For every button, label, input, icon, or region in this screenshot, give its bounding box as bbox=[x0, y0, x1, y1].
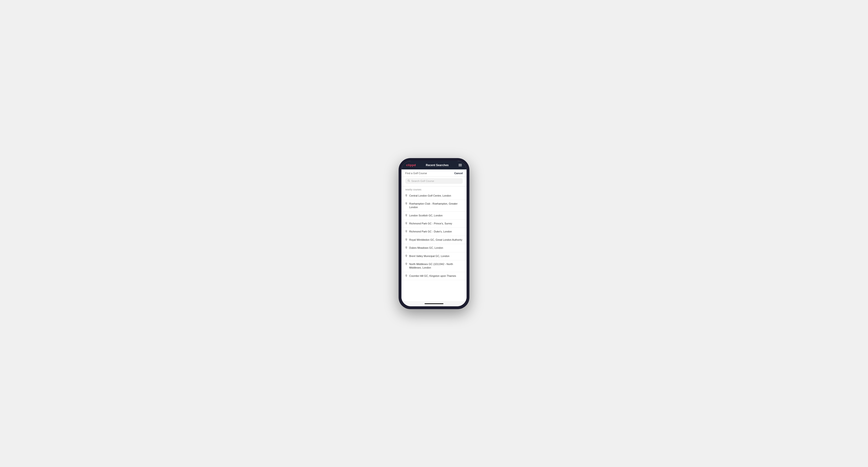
phone-frame: clippd Recent Searches Find a Golf Cours… bbox=[399, 158, 469, 309]
cancel-button[interactable]: Cancel bbox=[454, 172, 463, 175]
find-label: Find a Golf Course bbox=[405, 172, 427, 175]
svg-line-1 bbox=[409, 181, 410, 182]
course-name: Coombe Hill GC, Kingston upon Thames bbox=[409, 274, 456, 278]
location-pin-icon bbox=[405, 194, 407, 197]
course-name: Dukes Meadows GC, London bbox=[409, 246, 443, 250]
course-list: Central London Golf Centre, London Roeha… bbox=[401, 192, 467, 280]
list-item[interactable]: Roehampton Club - Roehampton, Greater Lo… bbox=[401, 200, 467, 212]
list-item[interactable]: Central London Golf Centre, London bbox=[401, 192, 467, 200]
find-header: Find a Golf Course Cancel bbox=[401, 169, 467, 177]
location-pin-icon bbox=[405, 255, 407, 258]
home-indicator bbox=[401, 301, 467, 306]
course-name: Royal Wimbledon GC, Great London Authori… bbox=[409, 238, 462, 242]
nearby-section: Nearby courses Central London Golf Centr… bbox=[401, 186, 467, 301]
list-item[interactable]: Royal Wimbledon GC, Great London Authori… bbox=[401, 236, 467, 244]
location-pin-icon bbox=[405, 222, 407, 225]
search-icon bbox=[408, 180, 410, 182]
list-item[interactable]: Brent Valley Municipal GC, London bbox=[401, 252, 467, 260]
app-logo: clippd bbox=[406, 163, 416, 167]
course-name: North Middlesex GC (1011942 - North Midd… bbox=[409, 262, 463, 270]
phone-screen: clippd Recent Searches Find a Golf Cours… bbox=[401, 161, 467, 306]
location-pin-icon bbox=[405, 275, 407, 278]
course-name: Richmond Park GC - Prince's, Surrey bbox=[409, 222, 452, 225]
list-item[interactable]: Richmond Park GC - Duke's, London bbox=[401, 228, 467, 236]
location-pin-icon bbox=[405, 230, 407, 233]
nearby-label: Nearby courses bbox=[401, 186, 467, 192]
location-pin-icon bbox=[405, 238, 407, 241]
search-bar bbox=[405, 178, 463, 184]
course-name: London Scottish GC, London bbox=[409, 214, 442, 217]
location-pin-icon bbox=[405, 202, 407, 205]
page-title: Recent Searches bbox=[426, 163, 448, 167]
menu-button[interactable] bbox=[459, 164, 462, 166]
course-name: Richmond Park GC - Duke's, London bbox=[409, 230, 452, 234]
list-item[interactable]: London Scottish GC, London bbox=[401, 212, 467, 220]
location-pin-icon bbox=[405, 262, 407, 266]
top-nav-bar: clippd Recent Searches bbox=[401, 161, 467, 169]
content-area: Find a Golf Course Cancel Nearby bbox=[401, 169, 467, 301]
course-name: Central London Golf Centre, London bbox=[409, 194, 451, 197]
list-item[interactable]: North Middlesex GC (1011942 - North Midd… bbox=[401, 260, 467, 272]
list-item[interactable]: Dukes Meadows GC, London bbox=[401, 244, 467, 252]
home-bar bbox=[425, 303, 443, 304]
list-item[interactable]: Richmond Park GC - Prince's, Surrey bbox=[401, 220, 467, 228]
search-bar-container bbox=[401, 177, 467, 186]
search-input[interactable] bbox=[411, 180, 460, 182]
course-name: Brent Valley Municipal GC, London bbox=[409, 254, 450, 258]
location-pin-icon bbox=[405, 214, 407, 217]
list-item[interactable]: Coombe Hill GC, Kingston upon Thames bbox=[401, 272, 467, 280]
location-pin-icon bbox=[405, 246, 407, 249]
course-name: Roehampton Club - Roehampton, Greater Lo… bbox=[409, 202, 463, 209]
